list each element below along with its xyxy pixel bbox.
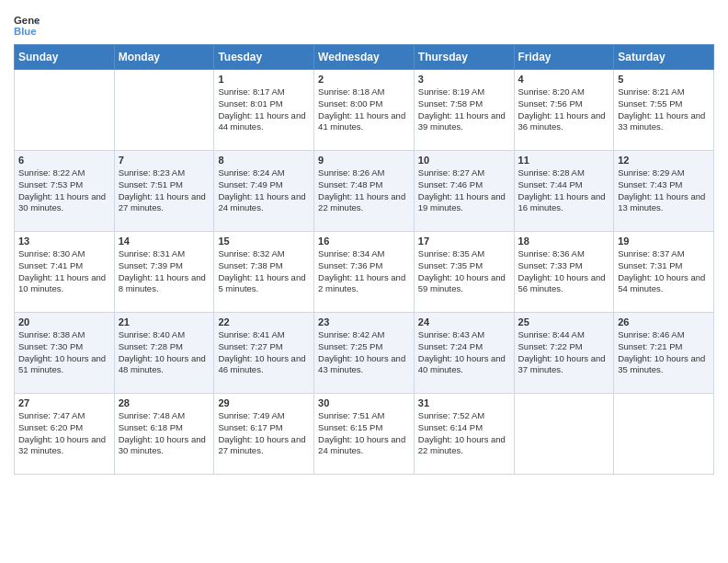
day-number: 29: [218, 397, 310, 408]
calendar-cell: 13Sunrise: 8:30 AM Sunset: 7:41 PM Dayli…: [15, 232, 115, 313]
weekday-header: Sunday: [15, 45, 115, 70]
title-block: [40, 9, 714, 11]
day-number: 7: [119, 155, 210, 166]
calendar-cell: 3Sunrise: 8:19 AM Sunset: 7:58 PM Daylig…: [414, 70, 514, 151]
calendar-cell: 31Sunrise: 7:52 AM Sunset: 6:14 PM Dayli…: [414, 394, 514, 475]
calendar-cell: [614, 394, 714, 475]
day-number: 1: [218, 74, 310, 85]
calendar-week-row: 13Sunrise: 8:30 AM Sunset: 7:41 PM Dayli…: [15, 232, 714, 313]
day-number: 13: [18, 236, 110, 247]
calendar-cell: 1Sunrise: 8:17 AM Sunset: 8:01 PM Daylig…: [214, 70, 314, 151]
calendar-cell: 16Sunrise: 8:34 AM Sunset: 7:36 PM Dayli…: [314, 232, 415, 313]
calendar-cell: 9Sunrise: 8:26 AM Sunset: 7:48 PM Daylig…: [314, 151, 415, 232]
day-info: Sunrise: 7:48 AM Sunset: 6:18 PM Dayligh…: [119, 410, 210, 457]
calendar-cell: 11Sunrise: 8:28 AM Sunset: 7:44 PM Dayli…: [514, 151, 614, 232]
day-number: 25: [518, 316, 610, 327]
day-number: 28: [119, 397, 210, 408]
calendar-cell: 30Sunrise: 7:51 AM Sunset: 6:15 PM Dayli…: [314, 394, 415, 475]
calendar-cell: 2Sunrise: 8:18 AM Sunset: 8:00 PM Daylig…: [314, 70, 415, 151]
calendar-cell: 10Sunrise: 8:27 AM Sunset: 7:46 PM Dayli…: [414, 151, 514, 232]
day-number: 22: [218, 316, 310, 327]
calendar-cell: 21Sunrise: 8:40 AM Sunset: 7:28 PM Dayli…: [114, 313, 214, 394]
calendar-cell: [514, 394, 614, 475]
day-info: Sunrise: 8:34 AM Sunset: 7:36 PM Dayligh…: [318, 248, 410, 295]
day-number: 16: [318, 236, 410, 247]
day-info: Sunrise: 8:40 AM Sunset: 7:28 PM Dayligh…: [119, 329, 210, 376]
day-number: 21: [119, 316, 210, 327]
calendar-cell: 25Sunrise: 8:44 AM Sunset: 7:22 PM Dayli…: [514, 313, 614, 394]
day-info: Sunrise: 8:28 AM Sunset: 7:44 PM Dayligh…: [518, 167, 610, 214]
day-info: Sunrise: 8:32 AM Sunset: 7:38 PM Dayligh…: [218, 248, 310, 295]
day-info: Sunrise: 8:29 AM Sunset: 7:43 PM Dayligh…: [618, 167, 710, 214]
day-number: 10: [418, 155, 510, 166]
day-info: Sunrise: 8:35 AM Sunset: 7:35 PM Dayligh…: [418, 248, 510, 295]
day-info: Sunrise: 8:23 AM Sunset: 7:51 PM Dayligh…: [119, 167, 210, 214]
day-info: Sunrise: 8:46 AM Sunset: 7:21 PM Dayligh…: [618, 329, 710, 376]
weekday-header: Saturday: [614, 45, 714, 70]
day-info: Sunrise: 8:44 AM Sunset: 7:22 PM Dayligh…: [518, 329, 610, 376]
day-number: 8: [218, 155, 310, 166]
day-info: Sunrise: 8:26 AM Sunset: 7:48 PM Dayligh…: [318, 167, 410, 214]
day-info: Sunrise: 8:38 AM Sunset: 7:30 PM Dayligh…: [18, 329, 110, 376]
day-number: 3: [418, 74, 510, 85]
calendar-cell: 22Sunrise: 8:41 AM Sunset: 7:27 PM Dayli…: [214, 313, 314, 394]
day-number: 9: [318, 155, 410, 166]
calendar-cell: 6Sunrise: 8:22 AM Sunset: 7:53 PM Daylig…: [15, 151, 115, 232]
page-header: General Blue: [14, 9, 714, 39]
calendar-cell: 23Sunrise: 8:42 AM Sunset: 7:25 PM Dayli…: [314, 313, 415, 394]
calendar-cell: 28Sunrise: 7:48 AM Sunset: 6:18 PM Dayli…: [114, 394, 214, 475]
day-info: Sunrise: 8:41 AM Sunset: 7:27 PM Dayligh…: [218, 329, 310, 376]
day-info: Sunrise: 8:19 AM Sunset: 7:58 PM Dayligh…: [418, 86, 510, 133]
calendar-cell: 14Sunrise: 8:31 AM Sunset: 7:39 PM Dayli…: [114, 232, 214, 313]
day-number: 31: [418, 397, 510, 408]
day-number: 17: [418, 236, 510, 247]
day-info: Sunrise: 8:17 AM Sunset: 8:01 PM Dayligh…: [218, 86, 310, 133]
calendar-week-row: 1Sunrise: 8:17 AM Sunset: 8:01 PM Daylig…: [15, 70, 714, 151]
calendar-cell: 20Sunrise: 8:38 AM Sunset: 7:30 PM Dayli…: [15, 313, 115, 394]
calendar-cell: 24Sunrise: 8:43 AM Sunset: 7:24 PM Dayli…: [414, 313, 514, 394]
calendar-cell: 15Sunrise: 8:32 AM Sunset: 7:38 PM Dayli…: [214, 232, 314, 313]
calendar-cell: 17Sunrise: 8:35 AM Sunset: 7:35 PM Dayli…: [414, 232, 514, 313]
calendar-cell: 7Sunrise: 8:23 AM Sunset: 7:51 PM Daylig…: [114, 151, 214, 232]
day-number: 14: [119, 236, 210, 247]
calendar-cell: 29Sunrise: 7:49 AM Sunset: 6:17 PM Dayli…: [214, 394, 314, 475]
day-number: 19: [618, 236, 710, 247]
calendar-cell: 19Sunrise: 8:37 AM Sunset: 7:31 PM Dayli…: [614, 232, 714, 313]
day-number: 12: [618, 155, 710, 166]
day-number: 24: [418, 316, 510, 327]
day-number: 23: [318, 316, 410, 327]
calendar-cell: 18Sunrise: 8:36 AM Sunset: 7:33 PM Dayli…: [514, 232, 614, 313]
day-info: Sunrise: 8:27 AM Sunset: 7:46 PM Dayligh…: [418, 167, 510, 214]
calendar-header-row: SundayMondayTuesdayWednesdayThursdayFrid…: [15, 45, 714, 70]
calendar-cell: 12Sunrise: 8:29 AM Sunset: 7:43 PM Dayli…: [614, 151, 714, 232]
day-number: 5: [618, 74, 710, 85]
day-info: Sunrise: 7:47 AM Sunset: 6:20 PM Dayligh…: [18, 410, 110, 457]
calendar-cell: 27Sunrise: 7:47 AM Sunset: 6:20 PM Dayli…: [15, 394, 115, 475]
day-info: Sunrise: 8:36 AM Sunset: 7:33 PM Dayligh…: [518, 248, 610, 295]
day-number: 15: [218, 236, 310, 247]
day-info: Sunrise: 8:31 AM Sunset: 7:39 PM Dayligh…: [119, 248, 210, 295]
day-info: Sunrise: 8:20 AM Sunset: 7:56 PM Dayligh…: [518, 86, 610, 133]
day-info: Sunrise: 8:37 AM Sunset: 7:31 PM Dayligh…: [618, 248, 710, 295]
svg-text:General: General: [14, 15, 40, 26]
logo-icon: General Blue: [14, 13, 40, 39]
day-info: Sunrise: 8:30 AM Sunset: 7:41 PM Dayligh…: [18, 248, 110, 295]
day-info: Sunrise: 8:22 AM Sunset: 7:53 PM Dayligh…: [18, 167, 110, 214]
day-number: 27: [18, 397, 110, 408]
svg-text:Blue: Blue: [14, 26, 37, 37]
calendar-cell: 26Sunrise: 8:46 AM Sunset: 7:21 PM Dayli…: [614, 313, 714, 394]
weekday-header: Thursday: [414, 45, 514, 70]
calendar-cell: [15, 70, 115, 151]
calendar-body: 1Sunrise: 8:17 AM Sunset: 8:01 PM Daylig…: [15, 70, 714, 475]
day-number: 4: [518, 74, 610, 85]
day-info: Sunrise: 7:49 AM Sunset: 6:17 PM Dayligh…: [218, 410, 310, 457]
calendar-cell: 8Sunrise: 8:24 AM Sunset: 7:49 PM Daylig…: [214, 151, 314, 232]
day-number: 26: [618, 316, 710, 327]
day-number: 30: [318, 397, 410, 408]
calendar-week-row: 6Sunrise: 8:22 AM Sunset: 7:53 PM Daylig…: [15, 151, 714, 232]
day-info: Sunrise: 7:52 AM Sunset: 6:14 PM Dayligh…: [418, 410, 510, 457]
calendar-cell: 4Sunrise: 8:20 AM Sunset: 7:56 PM Daylig…: [514, 70, 614, 151]
day-info: Sunrise: 7:51 AM Sunset: 6:15 PM Dayligh…: [318, 410, 410, 457]
weekday-header: Friday: [514, 45, 614, 70]
day-info: Sunrise: 8:43 AM Sunset: 7:24 PM Dayligh…: [418, 329, 510, 376]
